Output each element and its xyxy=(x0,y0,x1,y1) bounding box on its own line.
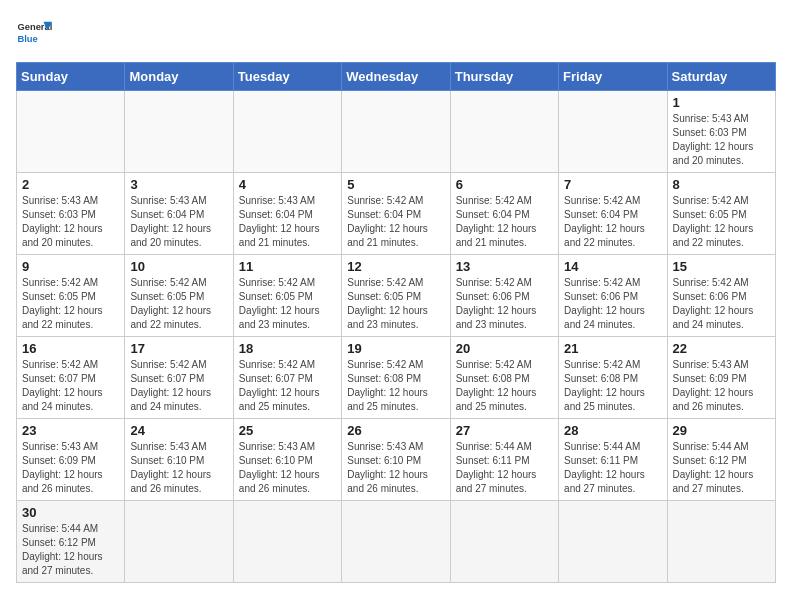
day-info: Sunrise: 5:43 AM Sunset: 6:10 PM Dayligh… xyxy=(347,440,444,496)
calendar-cell: 16Sunrise: 5:42 AM Sunset: 6:07 PM Dayli… xyxy=(17,337,125,419)
day-number: 10 xyxy=(130,259,227,274)
day-number: 26 xyxy=(347,423,444,438)
calendar-week-row: 30Sunrise: 5:44 AM Sunset: 6:12 PM Dayli… xyxy=(17,501,776,583)
day-info: Sunrise: 5:42 AM Sunset: 6:06 PM Dayligh… xyxy=(673,276,770,332)
weekday-header-wednesday: Wednesday xyxy=(342,63,450,91)
calendar-week-row: 23Sunrise: 5:43 AM Sunset: 6:09 PM Dayli… xyxy=(17,419,776,501)
day-info: Sunrise: 5:42 AM Sunset: 6:04 PM Dayligh… xyxy=(347,194,444,250)
day-info: Sunrise: 5:42 AM Sunset: 6:05 PM Dayligh… xyxy=(239,276,336,332)
calendar-cell xyxy=(233,91,341,173)
weekday-header-friday: Friday xyxy=(559,63,667,91)
day-number: 9 xyxy=(22,259,119,274)
day-number: 17 xyxy=(130,341,227,356)
day-number: 12 xyxy=(347,259,444,274)
day-number: 11 xyxy=(239,259,336,274)
day-info: Sunrise: 5:44 AM Sunset: 6:12 PM Dayligh… xyxy=(22,522,119,578)
day-info: Sunrise: 5:42 AM Sunset: 6:04 PM Dayligh… xyxy=(456,194,553,250)
day-number: 20 xyxy=(456,341,553,356)
calendar-cell: 23Sunrise: 5:43 AM Sunset: 6:09 PM Dayli… xyxy=(17,419,125,501)
day-number: 22 xyxy=(673,341,770,356)
logo: GeneralBlue xyxy=(16,16,52,52)
calendar-cell: 28Sunrise: 5:44 AM Sunset: 6:11 PM Dayli… xyxy=(559,419,667,501)
calendar-cell xyxy=(17,91,125,173)
calendar-cell: 24Sunrise: 5:43 AM Sunset: 6:10 PM Dayli… xyxy=(125,419,233,501)
weekday-header-tuesday: Tuesday xyxy=(233,63,341,91)
day-info: Sunrise: 5:43 AM Sunset: 6:03 PM Dayligh… xyxy=(673,112,770,168)
day-number: 2 xyxy=(22,177,119,192)
day-number: 13 xyxy=(456,259,553,274)
day-number: 3 xyxy=(130,177,227,192)
day-info: Sunrise: 5:44 AM Sunset: 6:12 PM Dayligh… xyxy=(673,440,770,496)
calendar-week-row: 1Sunrise: 5:43 AM Sunset: 6:03 PM Daylig… xyxy=(17,91,776,173)
calendar-cell xyxy=(233,501,341,583)
day-number: 24 xyxy=(130,423,227,438)
calendar-week-row: 2Sunrise: 5:43 AM Sunset: 6:03 PM Daylig… xyxy=(17,173,776,255)
day-info: Sunrise: 5:42 AM Sunset: 6:07 PM Dayligh… xyxy=(239,358,336,414)
calendar-cell: 10Sunrise: 5:42 AM Sunset: 6:05 PM Dayli… xyxy=(125,255,233,337)
calendar-cell: 1Sunrise: 5:43 AM Sunset: 6:03 PM Daylig… xyxy=(667,91,775,173)
calendar-cell: 27Sunrise: 5:44 AM Sunset: 6:11 PM Dayli… xyxy=(450,419,558,501)
weekday-header-row: SundayMondayTuesdayWednesdayThursdayFrid… xyxy=(17,63,776,91)
calendar-cell: 30Sunrise: 5:44 AM Sunset: 6:12 PM Dayli… xyxy=(17,501,125,583)
day-number: 23 xyxy=(22,423,119,438)
svg-text:Blue: Blue xyxy=(17,34,37,44)
calendar-cell: 17Sunrise: 5:42 AM Sunset: 6:07 PM Dayli… xyxy=(125,337,233,419)
day-number: 19 xyxy=(347,341,444,356)
calendar-table: SundayMondayTuesdayWednesdayThursdayFrid… xyxy=(16,62,776,583)
calendar-week-row: 16Sunrise: 5:42 AM Sunset: 6:07 PM Dayli… xyxy=(17,337,776,419)
day-info: Sunrise: 5:42 AM Sunset: 6:05 PM Dayligh… xyxy=(22,276,119,332)
weekday-header-thursday: Thursday xyxy=(450,63,558,91)
calendar-cell: 13Sunrise: 5:42 AM Sunset: 6:06 PM Dayli… xyxy=(450,255,558,337)
day-info: Sunrise: 5:42 AM Sunset: 6:05 PM Dayligh… xyxy=(673,194,770,250)
day-number: 15 xyxy=(673,259,770,274)
calendar-cell: 8Sunrise: 5:42 AM Sunset: 6:05 PM Daylig… xyxy=(667,173,775,255)
calendar-cell xyxy=(125,501,233,583)
calendar-cell: 19Sunrise: 5:42 AM Sunset: 6:08 PM Dayli… xyxy=(342,337,450,419)
day-info: Sunrise: 5:42 AM Sunset: 6:05 PM Dayligh… xyxy=(347,276,444,332)
day-info: Sunrise: 5:42 AM Sunset: 6:08 PM Dayligh… xyxy=(347,358,444,414)
calendar-cell: 15Sunrise: 5:42 AM Sunset: 6:06 PM Dayli… xyxy=(667,255,775,337)
calendar-cell: 3Sunrise: 5:43 AM Sunset: 6:04 PM Daylig… xyxy=(125,173,233,255)
day-info: Sunrise: 5:44 AM Sunset: 6:11 PM Dayligh… xyxy=(456,440,553,496)
day-number: 30 xyxy=(22,505,119,520)
calendar-cell: 21Sunrise: 5:42 AM Sunset: 6:08 PM Dayli… xyxy=(559,337,667,419)
day-info: Sunrise: 5:44 AM Sunset: 6:11 PM Dayligh… xyxy=(564,440,661,496)
weekday-header-sunday: Sunday xyxy=(17,63,125,91)
day-number: 7 xyxy=(564,177,661,192)
day-number: 28 xyxy=(564,423,661,438)
calendar-cell: 5Sunrise: 5:42 AM Sunset: 6:04 PM Daylig… xyxy=(342,173,450,255)
weekday-header-monday: Monday xyxy=(125,63,233,91)
day-info: Sunrise: 5:42 AM Sunset: 6:05 PM Dayligh… xyxy=(130,276,227,332)
day-number: 29 xyxy=(673,423,770,438)
day-info: Sunrise: 5:42 AM Sunset: 6:08 PM Dayligh… xyxy=(456,358,553,414)
day-number: 18 xyxy=(239,341,336,356)
day-info: Sunrise: 5:43 AM Sunset: 6:04 PM Dayligh… xyxy=(130,194,227,250)
calendar-cell xyxy=(450,91,558,173)
logo-icon: GeneralBlue xyxy=(16,16,52,52)
day-number: 4 xyxy=(239,177,336,192)
day-info: Sunrise: 5:42 AM Sunset: 6:07 PM Dayligh… xyxy=(130,358,227,414)
calendar-cell xyxy=(667,501,775,583)
calendar-cell: 7Sunrise: 5:42 AM Sunset: 6:04 PM Daylig… xyxy=(559,173,667,255)
day-info: Sunrise: 5:42 AM Sunset: 6:06 PM Dayligh… xyxy=(564,276,661,332)
calendar-cell xyxy=(559,91,667,173)
day-info: Sunrise: 5:43 AM Sunset: 6:09 PM Dayligh… xyxy=(22,440,119,496)
day-number: 5 xyxy=(347,177,444,192)
calendar-cell: 9Sunrise: 5:42 AM Sunset: 6:05 PM Daylig… xyxy=(17,255,125,337)
calendar-cell xyxy=(342,501,450,583)
day-number: 16 xyxy=(22,341,119,356)
calendar-cell: 11Sunrise: 5:42 AM Sunset: 6:05 PM Dayli… xyxy=(233,255,341,337)
calendar-cell xyxy=(125,91,233,173)
day-number: 14 xyxy=(564,259,661,274)
calendar-cell: 26Sunrise: 5:43 AM Sunset: 6:10 PM Dayli… xyxy=(342,419,450,501)
day-number: 21 xyxy=(564,341,661,356)
day-info: Sunrise: 5:43 AM Sunset: 6:03 PM Dayligh… xyxy=(22,194,119,250)
calendar-cell: 18Sunrise: 5:42 AM Sunset: 6:07 PM Dayli… xyxy=(233,337,341,419)
day-info: Sunrise: 5:43 AM Sunset: 6:09 PM Dayligh… xyxy=(673,358,770,414)
day-info: Sunrise: 5:42 AM Sunset: 6:06 PM Dayligh… xyxy=(456,276,553,332)
calendar-cell: 25Sunrise: 5:43 AM Sunset: 6:10 PM Dayli… xyxy=(233,419,341,501)
day-info: Sunrise: 5:43 AM Sunset: 6:04 PM Dayligh… xyxy=(239,194,336,250)
calendar-cell: 29Sunrise: 5:44 AM Sunset: 6:12 PM Dayli… xyxy=(667,419,775,501)
day-number: 6 xyxy=(456,177,553,192)
day-info: Sunrise: 5:42 AM Sunset: 6:07 PM Dayligh… xyxy=(22,358,119,414)
